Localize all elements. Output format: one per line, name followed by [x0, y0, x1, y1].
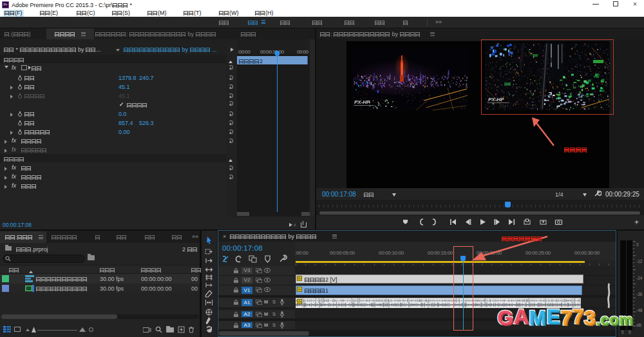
svg-text:PX-HP: PX-HP [354, 99, 370, 105]
